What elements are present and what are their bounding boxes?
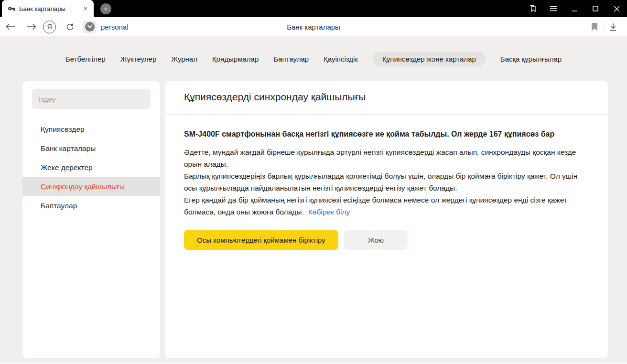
download-icon[interactable] (604, 23, 622, 31)
sidebar-list: ҚұпиясөздерБанк карталарыЖеке деректерСи… (22, 120, 160, 215)
paragraph-3: Егер қандай да бір қойманың негізгі құпи… (184, 194, 583, 218)
learn-more-link[interactable]: Көбірек білу (308, 208, 350, 216)
key-favicon-icon (8, 5, 15, 12)
alert-title: SM-J400F смартфонынан басқа негізгі құпи… (184, 128, 583, 140)
protect-icon (85, 22, 95, 32)
sidebar-item-sync-conflict[interactable]: Синхрондау қайшылығы (22, 177, 160, 196)
nav-tab-other-devices[interactable]: Басқа құрылғылар (500, 52, 562, 66)
address-text[interactable]: personal (101, 23, 129, 31)
tab-close-icon[interactable]: × (82, 4, 89, 13)
nav-tab-extensions[interactable]: Қондырмалар (212, 52, 259, 66)
sidebar: ҚұпиясөздерБанк карталарыЖеке деректерСи… (22, 81, 160, 358)
settings-page: БетбелгілерЖүктеулерЖурналҚондырмаларБап… (0, 36, 627, 362)
sidebar-item-settings[interactable]: Баптаулар (22, 196, 160, 215)
new-tab-button[interactable]: + (100, 3, 111, 14)
bookmark-flag-icon[interactable] (585, 23, 604, 31)
sidebar-item-personal-data[interactable]: Жеке деректер (22, 158, 160, 177)
protect-badge[interactable] (83, 21, 97, 33)
delete-button[interactable]: Жою (344, 230, 408, 250)
browser-tab[interactable]: Банк карталары × (2, 0, 94, 17)
forward-icon[interactable] (21, 23, 42, 30)
sidebar-item-bank-cards[interactable]: Банк карталары (22, 139, 160, 158)
titlebar: Банк карталары × + (0, 0, 627, 17)
paragraph-1: Әдетте, мұндай жағдай бірнеше құрылғыда … (184, 146, 583, 170)
tab-title: Банк карталары (19, 5, 78, 12)
refresh-icon[interactable] (60, 23, 79, 31)
nav-tab-downloads[interactable]: Жүктеулер (120, 52, 157, 66)
button-row: Осы компьютердегі қоймамен біріктіру Жою (184, 230, 589, 250)
yandex-logo-icon[interactable]: Я (43, 21, 56, 33)
content-header: Құпиясөздерді синхрондау қайшылығы (165, 81, 608, 115)
content-heading: Құпиясөздерді синхрондау қайшылығы (184, 91, 589, 103)
nav-tab-security[interactable]: Қауіпсіздік (324, 52, 358, 66)
window-bottom-edge (0, 362, 627, 364)
paragraph-2: Барлық құпиясөздеріңіз барлық құрылғылар… (184, 170, 583, 194)
minimize-icon[interactable] (564, 0, 585, 17)
settings-nav: БетбелгілерЖүктеулерЖурналҚондырмаларБап… (0, 52, 627, 66)
toolbar: Я personal Банк карталары (0, 17, 627, 36)
maximize-icon[interactable] (585, 0, 606, 17)
merge-button[interactable]: Осы компьютердегі қоймамен біріктіру (184, 230, 338, 250)
content-panel: Құпиясөздерді синхрондау қайшылығы SM-J4… (165, 81, 608, 358)
browser-window: Банк карталары × + (0, 0, 627, 364)
nav-tab-settings[interactable]: Баптаулар (273, 52, 309, 66)
sidebar-item-passwords[interactable]: Құпиясөздер (22, 120, 160, 139)
bookmarks-panel-icon[interactable] (522, 0, 543, 17)
alert-description: Әдетте, мұндай жағдай бірнеше құрылғыда … (184, 146, 583, 218)
back-icon[interactable] (0, 23, 21, 30)
nav-tab-history[interactable]: Журнал (171, 52, 197, 66)
content-body: SM-J400F смартфонынан басқа негізгі құпи… (165, 115, 608, 250)
nav-tab-passwords-and-cards[interactable]: Құпиясөздер және карталар (373, 52, 486, 66)
menu-icon[interactable] (543, 0, 564, 17)
close-window-icon[interactable] (606, 0, 627, 17)
search-input[interactable] (32, 89, 151, 109)
nav-tab-bookmarks[interactable]: Бетбелгілер (65, 52, 106, 66)
